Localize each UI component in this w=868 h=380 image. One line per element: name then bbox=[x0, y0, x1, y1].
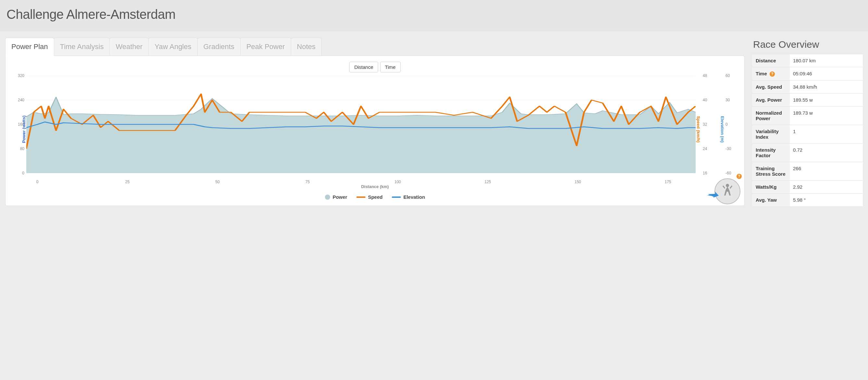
overview-value: 05:09:46 bbox=[790, 67, 863, 81]
help-icon[interactable]: ? bbox=[770, 71, 775, 77]
tick-label: 50 bbox=[215, 180, 219, 184]
overview-label: Variability Index bbox=[752, 125, 790, 144]
cyclist-icon bbox=[720, 183, 735, 199]
tick-label: 75 bbox=[306, 180, 310, 184]
power-swatch-icon bbox=[325, 195, 330, 200]
tick-label: 40 bbox=[703, 98, 707, 102]
legend-item-speed[interactable]: Speed bbox=[356, 194, 383, 200]
toggle-time-button[interactable]: Time bbox=[380, 62, 401, 72]
legend-item-elevation[interactable]: Elevation bbox=[392, 194, 425, 200]
tick-label: 150 bbox=[575, 180, 581, 184]
tick-label: 125 bbox=[484, 180, 491, 184]
tick-label: 30 bbox=[725, 98, 730, 102]
overview-value: 2.92 bbox=[790, 181, 863, 194]
tick-label: 24 bbox=[703, 146, 707, 151]
tick-label: 320 bbox=[18, 74, 24, 78]
overview-value: 34.88 km/h bbox=[790, 81, 863, 93]
overview-label: Watts/Kg bbox=[752, 181, 790, 194]
tick-label: 60 bbox=[725, 74, 730, 78]
tick-label: 0 bbox=[22, 171, 24, 175]
tick-label: 100 bbox=[394, 180, 401, 184]
chart-panel: Distance Time Power (watts) Speed (km/h)… bbox=[5, 56, 745, 206]
chart-svg bbox=[26, 76, 695, 173]
tab-notes[interactable]: Notes bbox=[291, 38, 322, 56]
main-layout: Power PlanTime AnalysisWeatherYaw Angles… bbox=[0, 31, 868, 209]
table-row: Normalized Power189.73 w bbox=[752, 107, 863, 125]
overview-label: Avg. Yaw bbox=[752, 194, 790, 207]
table-row: Time ?05:09:46 bbox=[752, 67, 863, 81]
overview-value: 189.55 w bbox=[790, 93, 863, 107]
tab-peak-power[interactable]: Peak Power bbox=[240, 38, 291, 56]
tick-label: 240 bbox=[18, 98, 24, 102]
tab-gradients[interactable]: Gradients bbox=[197, 38, 241, 56]
page-header: Challenge Almere-Amsterdam bbox=[0, 0, 868, 31]
table-row: Avg. Yaw5.98 ° bbox=[752, 194, 863, 207]
legend-item-power[interactable]: Power bbox=[325, 194, 347, 200]
overview-table: Distance180.07 kmTime ?05:09:46Avg. Spee… bbox=[752, 54, 863, 206]
tick-label: -60 bbox=[725, 171, 731, 175]
table-row: Avg. Power189.55 w bbox=[752, 93, 863, 107]
table-row: Training Stress Score266 bbox=[752, 162, 863, 181]
overview-label: Avg. Power bbox=[752, 93, 790, 107]
overview-label: Distance bbox=[752, 54, 790, 67]
tab-weather[interactable]: Weather bbox=[110, 38, 149, 56]
tab-time-analysis[interactable]: Time Analysis bbox=[54, 38, 110, 56]
tab-bar: Power PlanTime AnalysisWeatherYaw Angles… bbox=[5, 38, 745, 56]
y-axis-left-label: Power (watts) bbox=[22, 116, 26, 143]
tick-label: 80 bbox=[20, 146, 24, 151]
tick-label: 48 bbox=[703, 74, 707, 78]
help-icon[interactable]: ? bbox=[737, 174, 742, 179]
overview-title: Race Overview bbox=[753, 39, 863, 50]
tab-yaw-angles[interactable]: Yaw Angles bbox=[148, 38, 197, 56]
overview-value: 266 bbox=[790, 162, 863, 181]
race-overview-panel: Race Overview Distance180.07 kmTime ?05:… bbox=[752, 38, 863, 206]
table-row: Distance180.07 km bbox=[752, 54, 863, 67]
tick-label: 16 bbox=[703, 171, 707, 175]
speed-swatch-icon bbox=[356, 197, 366, 198]
tick-label: 32 bbox=[703, 122, 707, 127]
x-axis-label: Distance (km) bbox=[12, 184, 738, 189]
legend-label-elevation: Elevation bbox=[403, 194, 425, 200]
wind-widget[interactable]: ? bbox=[712, 176, 740, 204]
legend-label-power: Power bbox=[333, 194, 347, 200]
overview-value: 189.73 w bbox=[790, 107, 863, 125]
chart-area: Power (watts) Speed (km/h) Elevation (m)… bbox=[12, 76, 738, 183]
left-column: Power PlanTime AnalysisWeatherYaw Angles… bbox=[5, 38, 745, 206]
tick-label: 175 bbox=[664, 180, 671, 184]
table-row: Variability Index1 bbox=[752, 125, 863, 144]
table-row: Intensity Factor0.72 bbox=[752, 144, 863, 162]
legend-label-speed: Speed bbox=[368, 194, 383, 200]
overview-label: Training Stress Score bbox=[752, 162, 790, 181]
table-row: Watts/Kg2.92 bbox=[752, 181, 863, 194]
tab-power-plan[interactable]: Power Plan bbox=[5, 38, 54, 56]
overview-value: 180.07 km bbox=[790, 54, 863, 67]
tick-label: -30 bbox=[725, 146, 731, 151]
elevation-swatch-icon bbox=[392, 197, 401, 198]
page-title: Challenge Almere-Amsterdam bbox=[6, 7, 862, 22]
chart-legend: Power Speed Elevation bbox=[12, 194, 738, 200]
toggle-distance-button[interactable]: Distance bbox=[349, 62, 378, 72]
overview-label: Normalized Power bbox=[752, 107, 790, 125]
x-axis-toggle-group: Distance Time bbox=[12, 62, 738, 72]
overview-value: 0.72 bbox=[790, 144, 863, 162]
tick-label: 0 bbox=[725, 122, 728, 127]
overview-value: 5.98 ° bbox=[790, 194, 863, 207]
tick-label: 160 bbox=[18, 122, 24, 127]
overview-value: 1 bbox=[790, 125, 863, 144]
tick-label: 0 bbox=[36, 180, 39, 184]
y-axis-right1-label: Speed (km/h) bbox=[696, 116, 701, 143]
y-axis-right2-label: Elevation (m) bbox=[720, 116, 725, 143]
table-row: Avg. Speed34.88 km/h bbox=[752, 81, 863, 93]
tick-label: 25 bbox=[125, 180, 129, 184]
overview-label: Avg. Speed bbox=[752, 81, 790, 93]
overview-label: Intensity Factor bbox=[752, 144, 790, 162]
overview-label: Time ? bbox=[752, 67, 790, 81]
